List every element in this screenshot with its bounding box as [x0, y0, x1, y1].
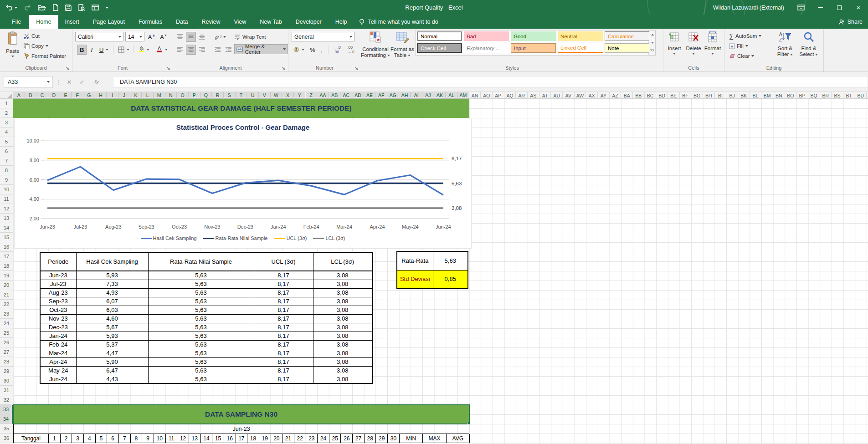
- day-cell[interactable]: 14: [201, 434, 213, 443]
- align-top-button[interactable]: [175, 32, 185, 42]
- table-cell[interactable]: 5,67: [76, 323, 148, 332]
- increase-font-button[interactable]: A▲: [146, 32, 157, 42]
- column-header[interactable]: AU: [551, 92, 563, 99]
- align-right-button[interactable]: [197, 45, 207, 55]
- day-cell[interactable]: 10: [154, 434, 166, 443]
- tab-home[interactable]: Home: [29, 15, 58, 29]
- increase-indent-button[interactable]: [223, 45, 233, 55]
- row-header[interactable]: 10: [0, 185, 13, 194]
- day-cell[interactable]: 17: [236, 434, 248, 443]
- style-good[interactable]: Good: [511, 31, 556, 41]
- day-cell[interactable]: 24: [318, 434, 329, 443]
- column-header[interactable]: BC: [645, 92, 657, 99]
- table-cell[interactable]: 3,08: [313, 357, 372, 366]
- column-header[interactable]: N: [165, 92, 177, 99]
- table-cell[interactable]: 3,08: [313, 332, 372, 340]
- day-cell[interactable]: 9: [142, 434, 154, 443]
- tab-view[interactable]: View: [227, 15, 253, 29]
- table-cell[interactable]: 8,17: [254, 280, 313, 288]
- table-cell[interactable]: 3,08: [313, 280, 372, 288]
- autosum-button[interactable]: ∑ AutoSum: [729, 31, 761, 41]
- column-header[interactable]: AV: [563, 92, 575, 99]
- column-header[interactable]: AB: [329, 92, 341, 99]
- spc-chart[interactable]: Statistical Proces Control - Gear Damage…: [14, 119, 472, 249]
- table-cell[interactable]: 8,17: [254, 297, 313, 306]
- column-header[interactable]: AL: [446, 92, 457, 99]
- day-cell[interactable]: 27: [353, 434, 365, 443]
- column-header[interactable]: BE: [668, 92, 680, 99]
- column-header[interactable]: AT: [539, 92, 551, 99]
- table-cell[interactable]: 3,08: [313, 314, 372, 323]
- style-normal[interactable]: Normal: [417, 31, 462, 41]
- row-header[interactable]: 26: [0, 338, 13, 347]
- column-header[interactable]: BL: [750, 92, 762, 99]
- column-header[interactable]: C: [36, 92, 48, 99]
- borders-button[interactable]: [116, 45, 131, 55]
- column-header[interactable]: A: [13, 92, 25, 99]
- fx-icon[interactable]: fx: [90, 76, 103, 88]
- column-header[interactable]: AQ: [504, 92, 516, 99]
- day-cell[interactable]: 19: [259, 434, 271, 443]
- table-cell[interactable]: 5,37: [76, 340, 148, 349]
- table-cell[interactable]: Sep-23: [40, 297, 76, 306]
- number-format-combo[interactable]: General: [292, 32, 354, 41]
- column-header[interactable]: AZ: [610, 92, 621, 99]
- row-header[interactable]: 19: [0, 271, 13, 281]
- column-header[interactable]: BM: [761, 92, 773, 99]
- column-header[interactable]: BR: [820, 92, 832, 99]
- column-header[interactable]: L: [142, 92, 154, 99]
- day-cell[interactable]: 13: [189, 434, 201, 443]
- day-cell[interactable]: 30: [388, 434, 400, 443]
- column-header[interactable]: X: [282, 92, 294, 99]
- row-header[interactable]: 7: [0, 156, 13, 166]
- table-cell[interactable]: 5,63: [148, 314, 254, 323]
- column-header[interactable]: AP: [493, 92, 504, 99]
- share-button[interactable]: Share: [838, 15, 863, 29]
- cancel-icon[interactable]: ✕: [64, 76, 75, 88]
- row-header[interactable]: 12: [0, 204, 13, 214]
- column-header[interactable]: AK: [434, 92, 446, 99]
- style-neutral[interactable]: Neutral: [558, 31, 603, 41]
- style-calculation[interactable]: Calculation: [605, 31, 650, 41]
- style-explanatory[interactable]: Explanatory ...: [464, 43, 509, 53]
- font-color-button[interactable]: A: [154, 45, 170, 55]
- tab-insert[interactable]: Insert: [58, 15, 86, 29]
- number-dialog-launcher[interactable]: [355, 65, 360, 70]
- table-cell[interactable]: 3,08: [313, 297, 372, 306]
- row-header[interactable]: 1: [0, 99, 13, 108]
- rata-rata-value[interactable]: 5,63: [433, 251, 468, 270]
- column-header[interactable]: BB: [633, 92, 645, 99]
- column-header[interactable]: BU: [855, 92, 867, 99]
- find-select-button[interactable]: Find & Select: [797, 30, 820, 57]
- table-cell[interactable]: Nov-23: [40, 314, 76, 323]
- format-cells-button[interactable]: Format: [704, 30, 722, 55]
- column-header[interactable]: H: [95, 92, 107, 99]
- row-header[interactable]: 23: [0, 309, 13, 319]
- clear-button[interactable]: Clear: [729, 51, 754, 61]
- column-header[interactable]: AW: [575, 92, 586, 99]
- table-cell[interactable]: May-24: [40, 366, 76, 375]
- day-cell[interactable]: 8: [131, 434, 143, 443]
- row-header[interactable]: 11: [0, 194, 13, 204]
- table-cell[interactable]: 5,63: [148, 366, 254, 375]
- table-cell[interactable]: 3,08: [313, 366, 372, 375]
- row-header[interactable]: 34: [0, 414, 13, 424]
- column-header[interactable]: R: [212, 92, 224, 99]
- decrease-indent-button[interactable]: [212, 45, 222, 55]
- day-cell[interactable]: 11: [166, 434, 178, 443]
- minimize-button[interactable]: [811, 0, 830, 15]
- day-cell[interactable]: 15: [212, 434, 224, 443]
- column-header[interactable]: BK: [738, 92, 750, 99]
- row-header[interactable]: 5: [0, 137, 13, 147]
- day-cell[interactable]: 21: [282, 434, 294, 443]
- table-cell[interactable]: 5,63: [148, 375, 254, 383]
- font-size-combo[interactable]: 14: [125, 32, 144, 41]
- table-cell[interactable]: 8,17: [254, 323, 313, 332]
- column-header[interactable]: J: [118, 92, 130, 99]
- bold-button[interactable]: B: [77, 45, 87, 55]
- cells-area[interactable]: DATA STATISTICAL GEAR DAMAGE (HALF SEMES…: [13, 99, 868, 444]
- row-header[interactable]: 20: [0, 281, 13, 290]
- row-header[interactable]: 18: [0, 261, 13, 271]
- fill-color-button[interactable]: [135, 45, 152, 55]
- conditional-formatting-button[interactable]: ≠ Conditional Formatting: [362, 30, 389, 58]
